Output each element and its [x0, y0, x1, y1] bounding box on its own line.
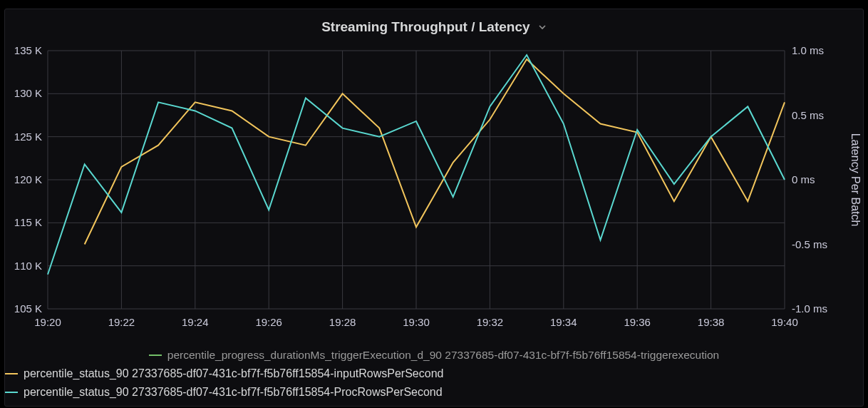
svg-text:19:36: 19:36 [624, 316, 651, 328]
series-line[interactable] [85, 59, 785, 244]
legend-item-proc-rows[interactable]: percentile_status_90 27337685-df07-431c-… [5, 383, 863, 402]
chart-panel: Streaming Throughput / Latency 105 K110 … [4, 9, 864, 407]
svg-text:19:28: 19:28 [329, 316, 356, 328]
svg-text:120 K: 120 K [14, 173, 42, 185]
chevron-down-icon [538, 22, 547, 34]
svg-text:19:22: 19:22 [108, 316, 135, 328]
svg-text:-1.0 ms: -1.0 ms [792, 302, 827, 315]
chart-svg: 105 K110 K115 K120 K125 K130 K135 K -1.0… [5, 45, 864, 330]
svg-text:19:38: 19:38 [698, 316, 725, 328]
svg-text:105 K: 105 K [14, 302, 42, 315]
svg-text:19:40: 19:40 [771, 316, 798, 328]
svg-text:19:20: 19:20 [34, 316, 61, 328]
chart-area: 105 K110 K115 K120 K125 K130 K135 K -1.0… [5, 45, 864, 330]
legend-swatch [149, 355, 162, 356]
svg-text:130 K: 130 K [14, 87, 42, 99]
svg-text:0 ms: 0 ms [792, 173, 815, 185]
legend-item-input-rows[interactable]: percentile_status_90 27337685-df07-431c-… [5, 364, 863, 383]
svg-text:135 K: 135 K [14, 44, 42, 56]
legend: percentile_progress_durationMs_triggerEx… [5, 346, 863, 402]
svg-text:Latency Per Batch: Latency Per Batch [849, 133, 862, 227]
svg-text:19:24: 19:24 [182, 316, 209, 328]
legend-swatch [5, 392, 18, 393]
legend-swatch [5, 373, 18, 374]
svg-text:19:30: 19:30 [403, 316, 430, 328]
legend-label: percentile_status_90 27337685-df07-431c-… [24, 383, 443, 402]
svg-text:19:34: 19:34 [550, 316, 577, 328]
svg-text:19:32: 19:32 [477, 316, 504, 328]
panel-title: Streaming Throughput / Latency [321, 19, 529, 34]
svg-text:125 K: 125 K [14, 131, 42, 143]
svg-text:115 K: 115 K [14, 216, 42, 228]
legend-item-trigger[interactable]: percentile_progress_durationMs_triggerEx… [5, 346, 863, 364]
svg-text:0.5 ms: 0.5 ms [792, 109, 824, 121]
svg-text:19:26: 19:26 [255, 316, 282, 328]
svg-text:-0.5 ms: -0.5 ms [792, 238, 827, 250]
panel-title-row[interactable]: Streaming Throughput / Latency [5, 9, 863, 35]
svg-text:1.0 ms: 1.0 ms [792, 44, 824, 56]
legend-label: percentile_status_90 27337685-df07-431c-… [24, 364, 443, 383]
svg-text:110 K: 110 K [14, 260, 42, 272]
legend-label: percentile_progress_durationMs_triggerEx… [167, 346, 719, 364]
